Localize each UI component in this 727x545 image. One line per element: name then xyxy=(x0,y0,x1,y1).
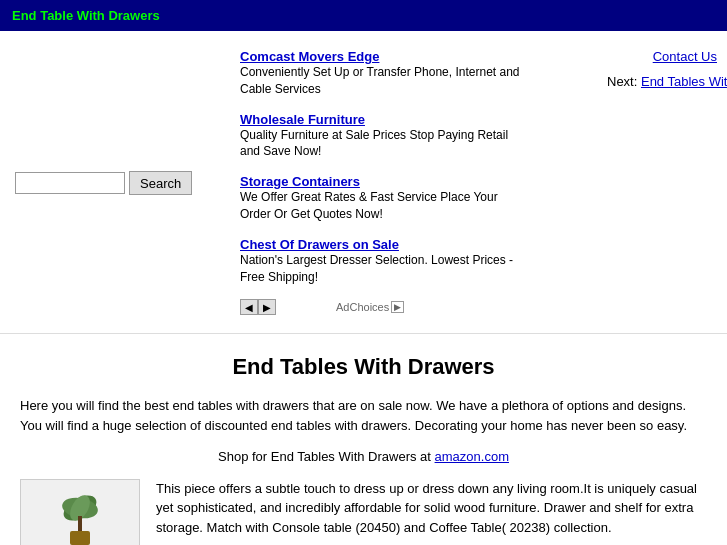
header: End Table With Drawers xyxy=(0,0,727,31)
contact-us: Contact Us xyxy=(607,49,717,64)
ad-item-3: Storage Containers We Offer Great Rates … xyxy=(240,174,587,223)
main-area: Search Comcast Movers Edge Conveniently … xyxy=(0,31,727,333)
ad-link-1[interactable]: Comcast Movers Edge xyxy=(240,49,379,64)
ad-desc-1: Conveniently Set Up or Transfer Phone, I… xyxy=(240,64,520,98)
ad-link-3[interactable]: Storage Containers xyxy=(240,174,360,189)
adchoices-icon: ▶ xyxy=(391,301,404,313)
adchoices-label: AdChoices xyxy=(336,301,389,313)
ad-prev-button[interactable]: ◀ xyxy=(240,299,258,315)
ad-title-1: Comcast Movers Edge xyxy=(240,49,587,64)
adchoices: AdChoices ▶ xyxy=(336,301,404,313)
contact-us-link[interactable]: Contact Us xyxy=(653,49,717,64)
ad-next-button[interactable]: ▶ xyxy=(258,299,276,315)
ad-title-4: Chest Of Drawers on Sale xyxy=(240,237,587,252)
ad-desc-4: Nation's Largest Dresser Selection. Lowe… xyxy=(240,252,520,286)
amazon-link[interactable]: amazon.com xyxy=(435,449,509,464)
svg-rect-3 xyxy=(78,516,82,531)
ad-item-2: Wholesale Furniture Quality Furniture at… xyxy=(240,112,587,161)
shop-line: Shop for End Tables With Drawers at amaz… xyxy=(20,447,707,467)
search-area: Search xyxy=(15,171,192,195)
header-title-link[interactable]: End Table With Drawers xyxy=(12,8,160,23)
ads-column: Comcast Movers Edge Conveniently Set Up … xyxy=(230,41,597,323)
ad-item-4: Chest Of Drawers on Sale Nation's Larges… xyxy=(240,237,587,286)
page-title: End Tables With Drawers xyxy=(20,354,707,380)
intro-text: Here you will find the best end tables w… xyxy=(20,396,707,435)
product-area: This piece offers a subtle touch to dres… xyxy=(20,479,707,545)
product-description: This piece offers a subtle touch to dres… xyxy=(156,479,707,538)
next-link-area: Next: End Tables With Magazine Rack xyxy=(607,74,717,89)
sidebar: Search xyxy=(0,41,230,323)
ad-title-2: Wholesale Furniture xyxy=(240,112,587,127)
ad-desc-3: We Offer Great Rates & Fast Service Plac… xyxy=(240,189,520,223)
ad-link-4[interactable]: Chest Of Drawers on Sale xyxy=(240,237,399,252)
right-column: Contact Us Next: End Tables With Magazin… xyxy=(597,41,727,323)
ad-navigation: ◀ ▶ AdChoices ▶ xyxy=(240,299,587,315)
product-svg xyxy=(30,488,130,545)
next-label: Next: xyxy=(607,74,637,89)
svg-rect-4 xyxy=(70,531,90,545)
ad-title-3: Storage Containers xyxy=(240,174,587,189)
shop-prefix: Shop for End Tables With Drawers at xyxy=(218,449,431,464)
search-input[interactable] xyxy=(15,172,125,194)
ad-desc-2: Quality Furniture at Sale Prices Stop Pa… xyxy=(240,127,520,161)
content-area: End Tables With Drawers Here you will fi… xyxy=(0,333,727,545)
ad-item-1: Comcast Movers Edge Conveniently Set Up … xyxy=(240,49,587,98)
product-image xyxy=(20,479,140,545)
ad-link-2[interactable]: Wholesale Furniture xyxy=(240,112,365,127)
next-page-link[interactable]: End Tables With Magazine Rack xyxy=(641,74,727,89)
search-button[interactable]: Search xyxy=(129,171,192,195)
